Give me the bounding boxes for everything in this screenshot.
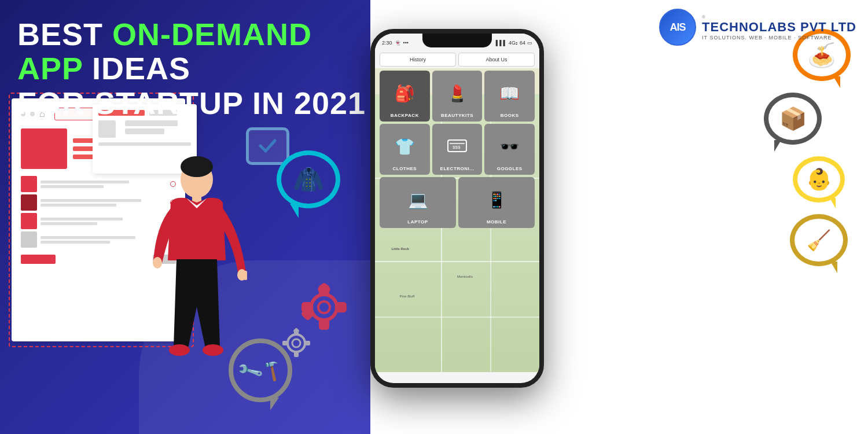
cleaning-bubble-circle: 🧹 <box>790 214 848 266</box>
cat-label-goggles: GOGGLES <box>497 166 523 171</box>
status-4g: 4G₂ <box>509 40 518 46</box>
phone-frame: 2:30 👻 ••• ▌▌▌ 4G₂ 64 ▭ Book Appointment… <box>370 29 544 388</box>
category-row-1: 🎒 BACKPACK 💄 BEAUTYKITS 📖 BOOKS <box>380 71 535 122</box>
title-prefix: BEST <box>17 17 112 52</box>
cleaning-bubble: 🧹 <box>764 214 848 266</box>
svg-rect-11 <box>321 320 328 328</box>
baby-bubble-circle: 👶 <box>793 156 845 203</box>
category-electronics[interactable]: $$$ ELECTRONI... <box>432 124 483 175</box>
status-signal: ▌▌▌ <box>496 40 507 46</box>
category-mobile[interactable]: 📱 MOBILE <box>458 177 535 228</box>
categories-grid: Little Rock Pine Bluff Stuttgart Montice… <box>375 68 539 346</box>
svg-rect-13 <box>337 304 345 311</box>
svg-point-9 <box>318 301 330 313</box>
status-time: 2:30 <box>382 40 392 46</box>
logo-text-block: ® TECHNOLABS PVT LTD IT SOLUTIONS. WEB ·… <box>702 14 856 41</box>
svg-rect-19 <box>294 351 299 357</box>
status-left: 2:30 👻 ••• <box>382 40 409 46</box>
nav-row-2: History About Us <box>375 53 539 68</box>
category-row-2: 👕 CLOTHES $$$ ELECTRONI... 🕶️ GOGGLES <box>380 124 535 175</box>
title-suffix: IDEAS <box>83 51 190 86</box>
cat-label-clothes: CLOTHES <box>392 166 417 171</box>
title-line2: FOR STARTUP IN 2021 <box>17 86 370 120</box>
logo-sub: IT SOLUTIONS. WEB · MOBILE · SOFTWARE <box>702 35 856 41</box>
cat-label-laptop: LAPTOP <box>407 219 428 225</box>
left-section: BEST ON-DEMAND APP IDEAS FOR STARTUP IN … <box>0 0 370 434</box>
delivery-bubble: 📦 <box>764 93 822 145</box>
status-snap: 👻 <box>395 40 401 46</box>
phone-notch <box>422 34 492 47</box>
logo-abbr: AIS <box>670 21 686 34</box>
phone-mockup: 2:30 👻 ••• ▌▌▌ 4G₂ 64 ▭ Book Appointment… <box>370 29 544 388</box>
category-beautykits[interactable]: 💄 BEAUTYKITS <box>432 71 483 122</box>
title-line1: BEST ON-DEMAND APP IDEAS <box>17 17 370 86</box>
logo-registered: ® <box>702 14 856 20</box>
about-us-btn[interactable]: About Us <box>458 53 535 67</box>
logo-circle: AIS <box>659 9 696 46</box>
gear-red <box>292 275 356 341</box>
category-clothes[interactable]: 👕 CLOTHES <box>380 124 430 175</box>
history-btn[interactable]: History <box>380 53 456 67</box>
svg-point-8 <box>311 295 337 320</box>
svg-point-7 <box>203 344 223 356</box>
svg-rect-14 <box>319 284 329 294</box>
category-row-3: 💻 LAPTOP 📱 MOBILE <box>380 177 535 228</box>
delivery-bubble-circle: 📦 <box>764 93 822 145</box>
svg-rect-21 <box>304 341 310 345</box>
logo-area: AIS ® TECHNOLABS PVT LTD IT SOLUTIONS. W… <box>659 9 856 46</box>
tshirt-bubble-circle: 🧥 <box>277 150 340 208</box>
status-right: ▌▌▌ 4G₂ 64 ▭ <box>496 40 532 46</box>
baby-bubble: 👶 <box>764 156 845 203</box>
tshirt-bubble: 🧥 <box>277 150 346 214</box>
logo-name: TECHNOLABS PVT LTD <box>702 20 856 35</box>
status-dots: ••• <box>403 40 409 46</box>
category-goggles[interactable]: 🕶️ GOGGLES <box>484 124 535 175</box>
svg-point-6 <box>169 344 190 356</box>
cat-label-books: BOOKS <box>501 113 519 118</box>
person-illustration <box>139 145 255 434</box>
category-backpack[interactable]: 🎒 BACKPACK <box>380 71 430 122</box>
battery-icon: ▭ <box>527 40 532 46</box>
cat-label-mobile: MOBILE <box>487 219 506 225</box>
svg-text:$$$: $$$ <box>453 145 461 150</box>
status-battery: 64 <box>520 40 525 46</box>
phone-screen: 2:30 👻 ••• ▌▌▌ 4G₂ 64 ▭ Book Appointment… <box>375 34 539 383</box>
category-laptop[interactable]: 💻 LAPTOP <box>380 177 456 228</box>
svg-rect-5 <box>244 271 247 280</box>
main-title: BEST ON-DEMAND APP IDEAS FOR STARTUP IN … <box>17 17 370 120</box>
svg-point-1 <box>181 156 213 177</box>
cat-label-electronics: ELECTRONI... <box>440 166 475 171</box>
svg-rect-15 <box>303 309 312 319</box>
cat-label-beautykits: BEAUTYKITS <box>441 113 473 118</box>
svg-point-3 <box>153 257 162 269</box>
right-icons: 🍝 📦 👶 🧹 <box>764 29 856 266</box>
cat-label-backpack: BACKPACK <box>391 113 419 118</box>
category-books[interactable]: 📖 BOOKS <box>484 71 535 122</box>
